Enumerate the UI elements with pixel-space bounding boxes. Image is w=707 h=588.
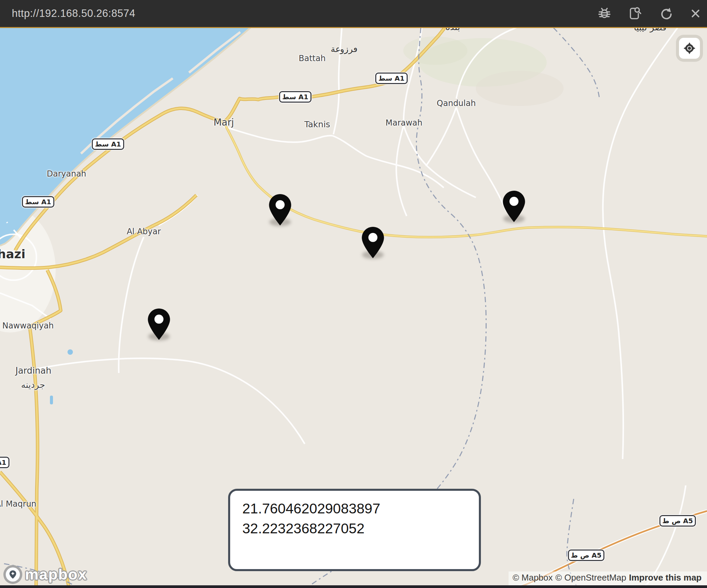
coordinate-popup: 21.760462029083897 32.2232368227052: [228, 489, 481, 571]
geolocate-icon: [683, 42, 696, 55]
map-marker[interactable]: [362, 227, 384, 258]
place-label: Daryanah: [47, 169, 86, 179]
road-shield: سط A1: [22, 196, 54, 208]
attribution-mapbox-link[interactable]: © Mapbox: [513, 572, 553, 583]
mapbox-wordmark: mapbox: [25, 566, 87, 583]
place-label: Taknis: [304, 119, 330, 129]
clipped-place-label: بلدة: [445, 28, 467, 32]
map-marker[interactable]: [503, 191, 525, 222]
attribution-osm-link[interactable]: © OpenStreetMap: [555, 572, 626, 583]
pond: [50, 396, 53, 404]
road-shield: سط A1: [279, 91, 311, 103]
mapbox-logo-icon: [3, 565, 22, 584]
place-label: Al Abyar: [127, 227, 161, 236]
place-label: Nawwaqiyah: [2, 321, 54, 330]
place-label: جردينه: [21, 380, 45, 390]
coordinate-line-1: 21.760462029083897: [242, 499, 467, 519]
place-label: Qandulah: [437, 99, 476, 108]
place-label: Battah: [299, 54, 326, 63]
bug-icon[interactable]: [597, 6, 611, 21]
close-icon[interactable]: [688, 6, 703, 21]
road-shield: سط A1: [0, 457, 9, 468]
clipped-place-label: فرزوغة: [331, 47, 361, 56]
road-shield: ص ط A5: [659, 515, 696, 527]
toolbar-icons: [597, 0, 703, 27]
reload-icon[interactable]: [658, 6, 672, 21]
improve-map-link[interactable]: Improve this map: [629, 572, 702, 583]
map-marker[interactable]: [148, 309, 170, 340]
remote-browser-window: BattahQandulahMarawahTaknisMarjDaryanahA…: [0, 0, 707, 588]
browser-toolbar: http://192.168.50.26:8574: [0, 0, 707, 27]
place-label: Jardinah: [16, 366, 51, 376]
pond: [67, 349, 73, 355]
map-marker[interactable]: [269, 194, 291, 225]
lagoon: [5, 222, 15, 232]
toolbar-accent-line: [0, 27, 707, 28]
attribution-bar: © Mapbox© OpenStreetMapImprove this map: [509, 571, 707, 585]
road-shield: ص ط A5: [568, 550, 604, 561]
place-label: Marawah: [385, 118, 423, 128]
inspect-page-icon[interactable]: [628, 6, 642, 21]
map-canvas[interactable]: BattahQandulahMarawahTaknisMarjDaryanahA…: [0, 0, 707, 588]
road-shield: سط A1: [375, 73, 408, 84]
clipped-place-label: قصر ليبيا: [634, 28, 674, 32]
mapbox-logo[interactable]: mapbox: [3, 565, 87, 584]
road-shield: سط A1: [92, 138, 124, 150]
bottom-strip: [0, 585, 707, 588]
place-label: Marj: [214, 117, 234, 128]
place-label: Al Maqrun: [0, 499, 36, 509]
place-label: Benghazi: [0, 247, 25, 261]
url-display: http://192.168.50.26:8574: [12, 7, 135, 20]
geolocate-button[interactable]: [679, 38, 700, 59]
coordinate-line-2: 32.2232368227052: [242, 519, 467, 539]
hill-shade-patch: [476, 71, 564, 106]
